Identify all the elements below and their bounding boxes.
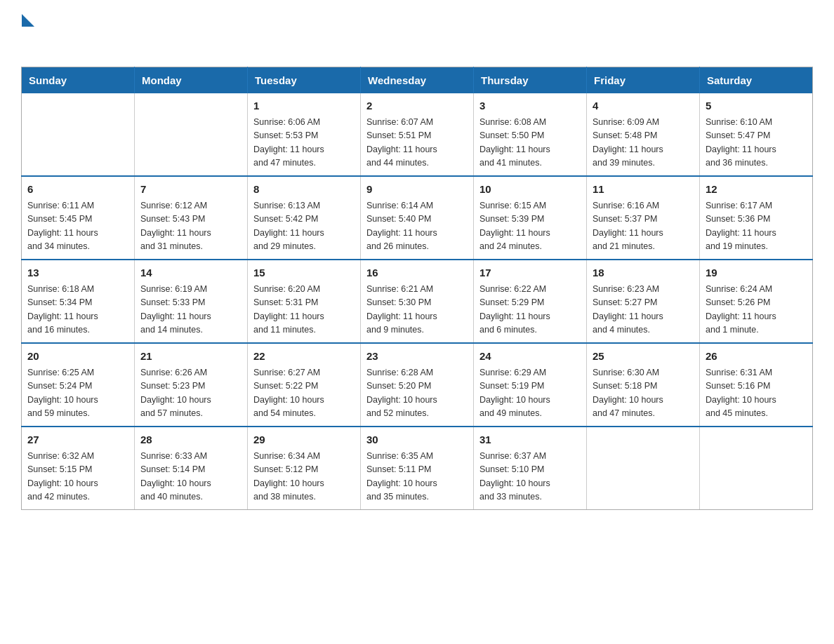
weekday-header-thursday: Thursday (474, 67, 587, 93)
calendar-cell (135, 93, 248, 176)
day-number: 2 (366, 98, 468, 114)
weekday-header-tuesday: Tuesday (248, 67, 361, 93)
day-info: Sunrise: 6:31 AM Sunset: 5:16 PM Dayligh… (706, 366, 807, 421)
calendar-cell: 10Sunrise: 6:15 AM Sunset: 5:39 PM Dayli… (474, 176, 587, 260)
day-info: Sunrise: 6:35 AM Sunset: 5:11 PM Dayligh… (366, 450, 468, 504)
day-info: Sunrise: 6:26 AM Sunset: 5:23 PM Dayligh… (140, 366, 241, 421)
day-info: Sunrise: 6:21 AM Sunset: 5:30 PM Dayligh… (366, 283, 468, 337)
day-info: Sunrise: 6:28 AM Sunset: 5:20 PM Dayligh… (366, 366, 468, 421)
day-number: 20 (27, 349, 128, 365)
calendar-cell (22, 93, 135, 176)
day-info: Sunrise: 6:11 AM Sunset: 5:45 PM Dayligh… (27, 199, 128, 254)
day-info: Sunrise: 6:25 AM Sunset: 5:24 PM Dayligh… (27, 366, 128, 421)
calendar-cell: 29Sunrise: 6:34 AM Sunset: 5:12 PM Dayli… (248, 427, 361, 510)
day-number: 27 (27, 432, 128, 448)
calendar-cell: 26Sunrise: 6:31 AM Sunset: 5:16 PM Dayli… (700, 343, 813, 427)
day-number: 10 (479, 182, 581, 198)
calendar-body: 1Sunrise: 6:06 AM Sunset: 5:53 PM Daylig… (22, 93, 813, 510)
weekday-header-friday: Friday (587, 67, 700, 93)
calendar-cell: 23Sunrise: 6:28 AM Sunset: 5:20 PM Dayli… (361, 343, 474, 427)
day-number: 24 (479, 349, 581, 365)
day-info: Sunrise: 6:23 AM Sunset: 5:27 PM Dayligh… (593, 283, 694, 337)
day-info: Sunrise: 6:10 AM Sunset: 5:47 PM Dayligh… (706, 116, 807, 170)
day-number: 11 (593, 182, 694, 198)
day-info: Sunrise: 6:07 AM Sunset: 5:51 PM Dayligh… (366, 116, 468, 170)
day-number: 16 (366, 265, 468, 281)
day-info: Sunrise: 6:14 AM Sunset: 5:40 PM Dayligh… (366, 199, 468, 254)
day-number: 17 (479, 265, 581, 281)
day-number: 25 (593, 349, 694, 365)
day-number: 12 (706, 182, 807, 198)
day-info: Sunrise: 6:17 AM Sunset: 5:36 PM Dayligh… (706, 199, 807, 254)
calendar-week-row: 1Sunrise: 6:06 AM Sunset: 5:53 PM Daylig… (22, 93, 813, 176)
calendar-cell: 31Sunrise: 6:37 AM Sunset: 5:10 PM Dayli… (474, 427, 587, 510)
calendar-cell: 5Sunrise: 6:10 AM Sunset: 5:47 PM Daylig… (700, 93, 813, 176)
calendar-cell: 8Sunrise: 6:13 AM Sunset: 5:42 PM Daylig… (248, 176, 361, 260)
day-info: Sunrise: 6:24 AM Sunset: 5:26 PM Dayligh… (706, 283, 807, 337)
calendar-cell (587, 427, 700, 510)
day-number: 14 (140, 265, 241, 281)
day-info: Sunrise: 6:15 AM Sunset: 5:39 PM Dayligh… (479, 199, 581, 254)
day-number: 21 (140, 349, 241, 365)
calendar-cell (700, 427, 813, 510)
day-info: Sunrise: 6:22 AM Sunset: 5:29 PM Dayligh… (479, 283, 581, 337)
day-number: 1 (253, 98, 355, 114)
calendar-cell: 15Sunrise: 6:20 AM Sunset: 5:31 PM Dayli… (248, 260, 361, 343)
day-info: Sunrise: 6:13 AM Sunset: 5:42 PM Dayligh… (253, 199, 355, 254)
day-number: 31 (479, 432, 581, 448)
weekday-header-monday: Monday (135, 67, 248, 93)
day-number: 7 (140, 182, 241, 198)
calendar-cell: 17Sunrise: 6:22 AM Sunset: 5:29 PM Dayli… (474, 260, 587, 343)
day-number: 6 (27, 182, 128, 198)
calendar-header: SundayMondayTuesdayWednesdayThursdayFrid… (22, 67, 813, 93)
day-number: 23 (366, 349, 468, 365)
day-info: Sunrise: 6:19 AM Sunset: 5:33 PM Dayligh… (140, 283, 241, 337)
day-number: 30 (366, 432, 468, 448)
day-info: Sunrise: 6:30 AM Sunset: 5:18 PM Dayligh… (593, 366, 694, 421)
day-number: 4 (593, 98, 694, 114)
day-info: Sunrise: 6:16 AM Sunset: 5:37 PM Dayligh… (593, 199, 694, 254)
calendar-week-row: 20Sunrise: 6:25 AM Sunset: 5:24 PM Dayli… (22, 343, 813, 427)
calendar-cell: 9Sunrise: 6:14 AM Sunset: 5:40 PM Daylig… (361, 176, 474, 260)
calendar-cell: 19Sunrise: 6:24 AM Sunset: 5:26 PM Dayli… (700, 260, 813, 343)
calendar-cell: 16Sunrise: 6:21 AM Sunset: 5:30 PM Dayli… (361, 260, 474, 343)
calendar-cell: 4Sunrise: 6:09 AM Sunset: 5:48 PM Daylig… (587, 93, 700, 176)
calendar-cell: 1Sunrise: 6:06 AM Sunset: 5:53 PM Daylig… (248, 93, 361, 176)
day-number: 5 (706, 98, 807, 114)
logo (21, 14, 34, 54)
day-number: 26 (706, 349, 807, 365)
calendar-cell: 18Sunrise: 6:23 AM Sunset: 5:27 PM Dayli… (587, 260, 700, 343)
day-number: 28 (140, 432, 241, 448)
calendar-cell: 30Sunrise: 6:35 AM Sunset: 5:11 PM Dayli… (361, 427, 474, 510)
calendar-cell: 11Sunrise: 6:16 AM Sunset: 5:37 PM Dayli… (587, 176, 700, 260)
calendar-cell: 3Sunrise: 6:08 AM Sunset: 5:50 PM Daylig… (474, 93, 587, 176)
day-info: Sunrise: 6:09 AM Sunset: 5:48 PM Dayligh… (593, 116, 694, 170)
calendar-cell: 24Sunrise: 6:29 AM Sunset: 5:19 PM Dayli… (474, 343, 587, 427)
day-info: Sunrise: 6:20 AM Sunset: 5:31 PM Dayligh… (253, 283, 355, 337)
day-number: 13 (27, 265, 128, 281)
calendar-cell: 12Sunrise: 6:17 AM Sunset: 5:36 PM Dayli… (700, 176, 813, 260)
calendar-cell: 7Sunrise: 6:12 AM Sunset: 5:43 PM Daylig… (135, 176, 248, 260)
day-info: Sunrise: 6:12 AM Sunset: 5:43 PM Dayligh… (140, 199, 241, 254)
day-info: Sunrise: 6:29 AM Sunset: 5:19 PM Dayligh… (479, 366, 581, 421)
weekday-header-saturday: Saturday (700, 67, 813, 93)
day-number: 3 (479, 98, 581, 114)
logo-arrow-icon (22, 14, 34, 27)
calendar-week-row: 13Sunrise: 6:18 AM Sunset: 5:34 PM Dayli… (22, 260, 813, 343)
calendar-week-row: 27Sunrise: 6:32 AM Sunset: 5:15 PM Dayli… (22, 427, 813, 510)
calendar-cell: 14Sunrise: 6:19 AM Sunset: 5:33 PM Dayli… (135, 260, 248, 343)
day-info: Sunrise: 6:34 AM Sunset: 5:12 PM Dayligh… (253, 450, 355, 504)
calendar-cell: 20Sunrise: 6:25 AM Sunset: 5:24 PM Dayli… (22, 343, 135, 427)
day-info: Sunrise: 6:32 AM Sunset: 5:15 PM Dayligh… (27, 450, 128, 504)
calendar-week-row: 6Sunrise: 6:11 AM Sunset: 5:45 PM Daylig… (22, 176, 813, 260)
calendar-cell: 2Sunrise: 6:07 AM Sunset: 5:51 PM Daylig… (361, 93, 474, 176)
calendar-cell: 22Sunrise: 6:27 AM Sunset: 5:22 PM Dayli… (248, 343, 361, 427)
day-number: 19 (706, 265, 807, 281)
calendar-cell: 27Sunrise: 6:32 AM Sunset: 5:15 PM Dayli… (22, 427, 135, 510)
day-info: Sunrise: 6:06 AM Sunset: 5:53 PM Dayligh… (253, 116, 355, 170)
calendar-cell: 6Sunrise: 6:11 AM Sunset: 5:45 PM Daylig… (22, 176, 135, 260)
day-info: Sunrise: 6:37 AM Sunset: 5:10 PM Dayligh… (479, 450, 581, 504)
calendar-cell: 13Sunrise: 6:18 AM Sunset: 5:34 PM Dayli… (22, 260, 135, 343)
weekday-header-row: SundayMondayTuesdayWednesdayThursdayFrid… (22, 67, 813, 93)
day-number: 22 (253, 349, 355, 365)
